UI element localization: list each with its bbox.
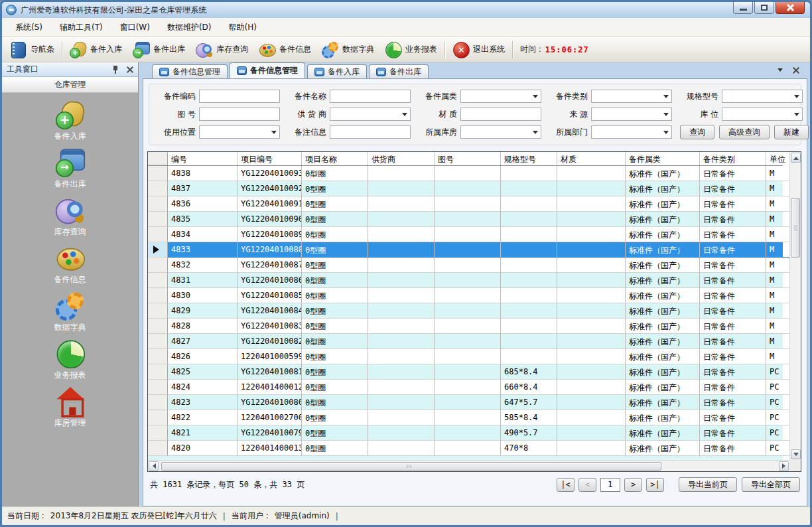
toolbar-button-parts-outbound[interactable]: 备件出库 bbox=[127, 40, 190, 60]
table-row[interactable]: 482212204010027000型圈585*8.4标准件（国产）日常备件PC bbox=[148, 410, 783, 425]
column-header[interactable]: 项目名称 bbox=[302, 152, 368, 165]
storage-slot-select[interactable] bbox=[722, 108, 803, 121]
table-row[interactable]: 4825YG122040100810型圈685*8.4标准件（国产）日常备件PC bbox=[148, 364, 783, 380]
department-select[interactable] bbox=[591, 125, 672, 139]
tab-list-dropdown-icon[interactable] bbox=[778, 68, 783, 74]
table-row[interactable]: 4838YG122040100930型圈标准件（国产）日常备件M bbox=[148, 166, 783, 181]
tab-2[interactable]: 备件信息管理 bbox=[230, 62, 305, 78]
remark-input[interactable] bbox=[330, 125, 411, 139]
table-row[interactable]: 4834YG122040100890型圈标准件（国产）日常备件M bbox=[148, 227, 783, 242]
vertical-scroll-thumb[interactable] bbox=[791, 198, 800, 258]
toolbar-button-parts-info[interactable]: 备件信息 bbox=[253, 40, 316, 60]
table-row[interactable]: 4836YG122040100910型圈标准件（国产）日常备件M bbox=[148, 196, 783, 212]
row-selector[interactable] bbox=[148, 364, 168, 380]
source-select[interactable] bbox=[591, 108, 672, 121]
toolbar-button-exit[interactable]: 退出系统 bbox=[447, 40, 510, 60]
sidebar-item-inventory-search[interactable]: 库存查询 bbox=[50, 195, 90, 238]
scroll-down-button[interactable] bbox=[791, 449, 801, 459]
horizontal-scrollbar[interactable] bbox=[148, 460, 789, 471]
menu-item-4[interactable]: 数据维护(D) bbox=[161, 19, 218, 37]
spec-model-select[interactable] bbox=[722, 90, 803, 103]
material-input[interactable] bbox=[460, 108, 541, 121]
next-page-button[interactable]: > bbox=[624, 478, 642, 492]
table-row[interactable]: 4827YG122040100820型圈标准件（国产）日常备件M bbox=[148, 334, 783, 349]
row-selector[interactable] bbox=[148, 334, 168, 349]
first-page-button[interactable]: |< bbox=[557, 478, 575, 492]
usage-position-select[interactable] bbox=[199, 125, 280, 139]
toolbar-button-navigator[interactable]: 导航条 bbox=[5, 40, 60, 60]
row-selector[interactable] bbox=[148, 288, 168, 303]
table-row[interactable]: 482412204014000120型圈660*8.4标准件（国产）日常备件PC bbox=[148, 380, 783, 395]
row-selector[interactable] bbox=[148, 425, 168, 441]
warehouse-select[interactable] bbox=[460, 125, 541, 139]
column-header[interactable]: 规格型号 bbox=[501, 152, 557, 165]
new-button[interactable]: 新建 bbox=[774, 125, 809, 139]
query-button[interactable]: 查询 bbox=[680, 125, 714, 139]
row-selector[interactable] bbox=[148, 196, 168, 212]
sidebar-item-parts-info[interactable]: 备件信息 bbox=[50, 243, 90, 285]
tab-3[interactable]: 备件入库 bbox=[307, 64, 367, 78]
column-header[interactable]: 材质 bbox=[557, 152, 626, 165]
table-row[interactable]: 4835YG122040100900型圈标准件（国产）日常备件M bbox=[148, 212, 783, 227]
menu-item-1[interactable]: 系统(S) bbox=[9, 19, 49, 37]
column-header[interactable]: 供货商 bbox=[368, 152, 435, 165]
minimize-button[interactable] bbox=[733, 2, 753, 14]
row-selector[interactable] bbox=[148, 258, 168, 273]
tab-close-icon[interactable] bbox=[792, 66, 799, 74]
toolbar-button-business-report[interactable]: 业务报表 bbox=[379, 40, 442, 60]
sidebar-item-parts-outbound[interactable]: 备件出库 bbox=[50, 147, 90, 190]
scroll-up-button[interactable] bbox=[791, 153, 801, 163]
row-selector[interactable] bbox=[148, 349, 168, 364]
part-name-input[interactable] bbox=[330, 90, 411, 103]
export-all-pages-button[interactable]: 导出全部页 bbox=[742, 477, 800, 492]
row-selector[interactable] bbox=[148, 166, 168, 181]
menu-item-2[interactable]: 辅助工具(T) bbox=[53, 19, 109, 37]
table-row[interactable]: 4833YG122040100880型圈标准件（国产）日常备件M bbox=[148, 242, 783, 258]
row-selector[interactable] bbox=[148, 227, 168, 242]
sidebar-item-data-dictionary[interactable]: 数据字典 bbox=[50, 291, 90, 333]
column-header[interactable]: 备件属类 bbox=[626, 152, 700, 165]
column-header[interactable]: 项目编号 bbox=[237, 152, 302, 165]
toolbar-button-data-dictionary[interactable]: 数据字典 bbox=[316, 40, 379, 60]
row-selector[interactable] bbox=[148, 410, 168, 425]
table-row[interactable]: 4831YG122040100860型圈标准件（国产）日常备件M bbox=[148, 273, 783, 288]
supplier-select[interactable] bbox=[330, 108, 411, 121]
drawing-no-input[interactable] bbox=[199, 108, 280, 121]
table-row[interactable]: 4830YG122040100850型圈标准件（国产）日常备件M bbox=[148, 288, 783, 303]
column-header[interactable]: 单位 bbox=[766, 152, 793, 165]
scroll-left-button[interactable] bbox=[149, 461, 159, 471]
row-selector[interactable] bbox=[148, 380, 168, 395]
sidebar-item-parts-inbound[interactable]: 备件入库 bbox=[50, 100, 90, 142]
menu-item-3[interactable]: 窗口(W) bbox=[113, 19, 157, 37]
row-selector[interactable] bbox=[148, 181, 168, 196]
tab-1[interactable]: 备件信息管理 bbox=[152, 64, 228, 78]
row-selector[interactable] bbox=[148, 395, 168, 410]
sidebar-item-warehouse[interactable]: 库房管理 bbox=[50, 386, 90, 429]
close-button[interactable] bbox=[776, 2, 805, 14]
sidebar-group-header[interactable]: 仓库管理 bbox=[2, 77, 138, 93]
table-row[interactable]: 4837YG122040100920型圈标准件（国产）日常备件M bbox=[148, 181, 783, 196]
part-code-input[interactable] bbox=[199, 90, 280, 103]
scroll-right-button[interactable] bbox=[779, 461, 789, 471]
toolbar-button-inventory-search[interactable]: 库存查询 bbox=[190, 40, 253, 60]
page-number-input[interactable] bbox=[600, 478, 620, 492]
menu-item-5[interactable]: 帮助(H) bbox=[222, 19, 263, 37]
row-selector[interactable] bbox=[148, 303, 168, 319]
vertical-scrollbar[interactable] bbox=[789, 152, 801, 460]
column-header[interactable]: 备件类别 bbox=[700, 152, 766, 165]
horizontal-scroll-thumb[interactable] bbox=[161, 462, 661, 471]
row-selector[interactable] bbox=[148, 441, 168, 456]
row-selector[interactable] bbox=[148, 242, 168, 258]
toolbar-button-parts-inbound[interactable]: 备件入库 bbox=[64, 40, 127, 60]
maximize-button[interactable] bbox=[754, 2, 774, 14]
table-row[interactable]: 4832YG122040100870型圈标准件（国产）日常备件M bbox=[148, 258, 783, 273]
column-header[interactable]: 图号 bbox=[435, 152, 501, 165]
table-row[interactable]: 4829YG122040100840型圈标准件（国产）日常备件M bbox=[148, 303, 783, 319]
table-row[interactable]: 4828YG122040100830型圈标准件（国产）日常备件M bbox=[148, 319, 783, 334]
table-row[interactable]: 482612204010005990型圈标准件（国产）日常备件M bbox=[148, 349, 783, 364]
row-selector[interactable] bbox=[148, 273, 168, 288]
part-category-select[interactable] bbox=[460, 90, 541, 103]
prev-page-button[interactable]: < bbox=[578, 478, 596, 492]
row-selector[interactable] bbox=[148, 319, 168, 334]
advanced-query-button[interactable]: 高级查询 bbox=[719, 125, 770, 139]
